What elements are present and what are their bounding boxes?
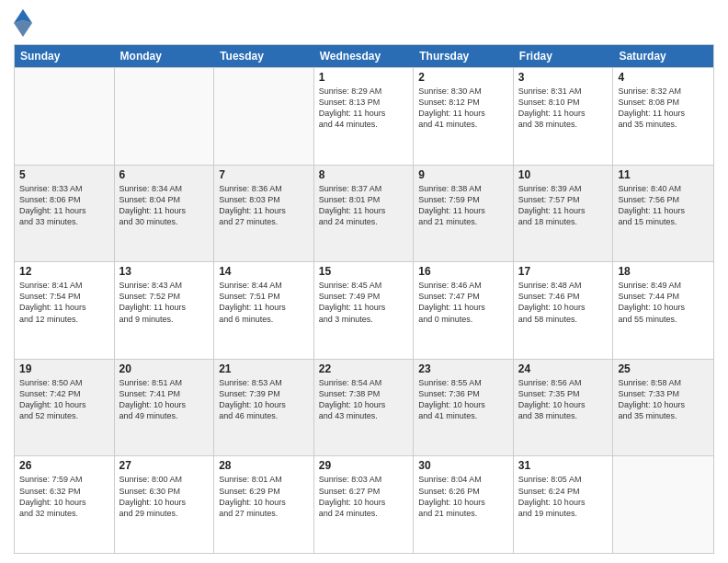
day-number: 20 (119, 362, 210, 375)
cell-info: Sunrise: 8:48 AM Sunset: 7:46 PM Dayligh… (518, 280, 609, 325)
cell-info: Sunrise: 8:04 AM Sunset: 6:26 PM Dayligh… (418, 474, 508, 519)
day-number: 8 (319, 168, 409, 181)
cell-info: Sunrise: 8:56 AM Sunset: 7:35 PM Dayligh… (518, 377, 609, 422)
day-number: 24 (518, 362, 609, 375)
calendar-cell: 19Sunrise: 8:50 AM Sunset: 7:42 PM Dayli… (15, 360, 115, 456)
calendar-cell: 20Sunrise: 8:51 AM Sunset: 7:41 PM Dayli… (115, 360, 215, 456)
calendar-row-1: 5Sunrise: 8:33 AM Sunset: 8:06 PM Daylig… (15, 165, 713, 262)
calendar-cell: 26Sunrise: 7:59 AM Sunset: 6:32 PM Dayli… (15, 456, 115, 553)
cell-info: Sunrise: 8:55 AM Sunset: 7:36 PM Dayligh… (418, 377, 508, 422)
cell-info: Sunrise: 8:31 AM Sunset: 8:10 PM Dayligh… (518, 86, 609, 131)
calendar-cell: 24Sunrise: 8:56 AM Sunset: 7:35 PM Dayli… (514, 360, 614, 456)
day-number: 4 (618, 71, 709, 84)
calendar-cell: 14Sunrise: 8:44 AM Sunset: 7:51 PM Dayli… (214, 262, 314, 359)
day-number: 25 (618, 362, 709, 375)
day-number: 11 (618, 168, 709, 181)
calendar-header-cell-saturday: Saturday (613, 45, 713, 67)
day-number: 6 (119, 168, 210, 181)
day-number: 17 (518, 265, 609, 278)
calendar-row-2: 12Sunrise: 8:41 AM Sunset: 7:54 PM Dayli… (15, 261, 713, 359)
calendar-cell (214, 68, 314, 165)
calendar-cell: 29Sunrise: 8:03 AM Sunset: 6:27 PM Dayli… (314, 456, 415, 553)
header (14, 9, 714, 37)
calendar-cell: 7Sunrise: 8:36 AM Sunset: 8:03 PM Daylig… (214, 166, 314, 262)
day-number: 5 (19, 168, 109, 181)
calendar-cell (15, 68, 115, 165)
calendar-header-cell-monday: Monday (115, 45, 215, 67)
calendar-header-cell-tuesday: Tuesday (214, 45, 314, 67)
calendar-cell: 5Sunrise: 8:33 AM Sunset: 8:06 PM Daylig… (15, 166, 115, 262)
day-number: 1 (319, 71, 409, 84)
day-number: 3 (518, 71, 609, 84)
logo (14, 9, 36, 37)
calendar-cell: 6Sunrise: 8:34 AM Sunset: 8:04 PM Daylig… (115, 166, 215, 262)
cell-info: Sunrise: 8:36 AM Sunset: 8:03 PM Dayligh… (219, 183, 309, 228)
day-number: 18 (618, 265, 709, 278)
calendar-header-cell-friday: Friday (514, 45, 614, 67)
cell-info: Sunrise: 8:54 AM Sunset: 7:38 PM Dayligh… (319, 377, 409, 422)
cell-info: Sunrise: 7:59 AM Sunset: 6:32 PM Dayligh… (19, 474, 109, 519)
calendar-cell: 17Sunrise: 8:48 AM Sunset: 7:46 PM Dayli… (514, 262, 614, 359)
cell-info: Sunrise: 8:43 AM Sunset: 7:52 PM Dayligh… (119, 280, 210, 325)
svg-marker-1 (14, 20, 32, 37)
cell-info: Sunrise: 8:38 AM Sunset: 7:59 PM Dayligh… (418, 183, 508, 228)
cell-info: Sunrise: 8:49 AM Sunset: 7:44 PM Dayligh… (618, 280, 709, 325)
calendar-cell: 23Sunrise: 8:55 AM Sunset: 7:36 PM Dayli… (414, 360, 514, 456)
day-number: 16 (418, 265, 508, 278)
calendar-cell: 27Sunrise: 8:00 AM Sunset: 6:30 PM Dayli… (115, 456, 215, 553)
page: SundayMondayTuesdayWednesdayThursdayFrid… (0, 0, 728, 563)
calendar-header-cell-thursday: Thursday (414, 45, 514, 67)
calendar-cell: 16Sunrise: 8:46 AM Sunset: 7:47 PM Dayli… (414, 262, 514, 359)
calendar-cell: 12Sunrise: 8:41 AM Sunset: 7:54 PM Dayli… (15, 262, 115, 359)
calendar-cell: 2Sunrise: 8:30 AM Sunset: 8:12 PM Daylig… (414, 68, 514, 165)
calendar-cell: 15Sunrise: 8:45 AM Sunset: 7:49 PM Dayli… (314, 262, 415, 359)
day-number: 22 (319, 362, 409, 375)
day-number: 15 (319, 265, 409, 278)
calendar-cell (115, 68, 215, 165)
cell-info: Sunrise: 8:41 AM Sunset: 7:54 PM Dayligh… (19, 280, 109, 325)
day-number: 12 (19, 265, 109, 278)
day-number: 30 (418, 459, 508, 472)
day-number: 13 (119, 265, 210, 278)
calendar-cell (613, 456, 713, 553)
calendar-body: 1Sunrise: 8:29 AM Sunset: 8:13 PM Daylig… (15, 67, 713, 553)
day-number: 31 (518, 459, 609, 472)
cell-info: Sunrise: 8:58 AM Sunset: 7:33 PM Dayligh… (618, 377, 709, 422)
cell-info: Sunrise: 8:34 AM Sunset: 8:04 PM Dayligh… (119, 183, 210, 228)
day-number: 21 (219, 362, 309, 375)
calendar-header-cell-wednesday: Wednesday (314, 45, 415, 67)
calendar-cell: 13Sunrise: 8:43 AM Sunset: 7:52 PM Dayli… (115, 262, 215, 359)
cell-info: Sunrise: 8:39 AM Sunset: 7:57 PM Dayligh… (518, 183, 609, 228)
cell-info: Sunrise: 8:50 AM Sunset: 7:42 PM Dayligh… (19, 377, 109, 422)
calendar-row-4: 26Sunrise: 7:59 AM Sunset: 6:32 PM Dayli… (15, 455, 713, 553)
cell-info: Sunrise: 8:05 AM Sunset: 6:24 PM Dayligh… (518, 474, 609, 519)
calendar-cell: 9Sunrise: 8:38 AM Sunset: 7:59 PM Daylig… (414, 166, 514, 262)
cell-info: Sunrise: 8:32 AM Sunset: 8:08 PM Dayligh… (618, 86, 709, 131)
calendar-cell: 30Sunrise: 8:04 AM Sunset: 6:26 PM Dayli… (414, 456, 514, 553)
cell-info: Sunrise: 8:33 AM Sunset: 8:06 PM Dayligh… (19, 183, 109, 228)
day-number: 14 (219, 265, 309, 278)
cell-info: Sunrise: 8:51 AM Sunset: 7:41 PM Dayligh… (119, 377, 210, 422)
cell-info: Sunrise: 8:46 AM Sunset: 7:47 PM Dayligh… (418, 280, 508, 325)
calendar-cell: 1Sunrise: 8:29 AM Sunset: 8:13 PM Daylig… (314, 68, 415, 165)
cell-info: Sunrise: 8:03 AM Sunset: 6:27 PM Dayligh… (319, 474, 409, 519)
cell-info: Sunrise: 8:29 AM Sunset: 8:13 PM Dayligh… (319, 86, 409, 131)
cell-info: Sunrise: 8:37 AM Sunset: 8:01 PM Dayligh… (319, 183, 409, 228)
calendar-header-row: SundayMondayTuesdayWednesdayThursdayFrid… (15, 45, 713, 67)
calendar-row-3: 19Sunrise: 8:50 AM Sunset: 7:42 PM Dayli… (15, 359, 713, 456)
calendar-cell: 11Sunrise: 8:40 AM Sunset: 7:56 PM Dayli… (613, 166, 713, 262)
calendar-row-0: 1Sunrise: 8:29 AM Sunset: 8:13 PM Daylig… (15, 67, 713, 165)
calendar-cell: 22Sunrise: 8:54 AM Sunset: 7:38 PM Dayli… (314, 360, 415, 456)
logo-icon (14, 9, 32, 37)
day-number: 9 (418, 168, 508, 181)
calendar-cell: 8Sunrise: 8:37 AM Sunset: 8:01 PM Daylig… (314, 166, 415, 262)
day-number: 29 (319, 459, 409, 472)
cell-info: Sunrise: 8:30 AM Sunset: 8:12 PM Dayligh… (418, 86, 508, 131)
cell-info: Sunrise: 8:45 AM Sunset: 7:49 PM Dayligh… (319, 280, 409, 325)
calendar-cell: 28Sunrise: 8:01 AM Sunset: 6:29 PM Dayli… (214, 456, 314, 553)
cell-info: Sunrise: 8:01 AM Sunset: 6:29 PM Dayligh… (219, 474, 309, 519)
calendar-cell: 18Sunrise: 8:49 AM Sunset: 7:44 PM Dayli… (613, 262, 713, 359)
calendar-cell: 3Sunrise: 8:31 AM Sunset: 8:10 PM Daylig… (514, 68, 614, 165)
calendar-cell: 25Sunrise: 8:58 AM Sunset: 7:33 PM Dayli… (613, 360, 713, 456)
day-number: 2 (418, 71, 508, 84)
